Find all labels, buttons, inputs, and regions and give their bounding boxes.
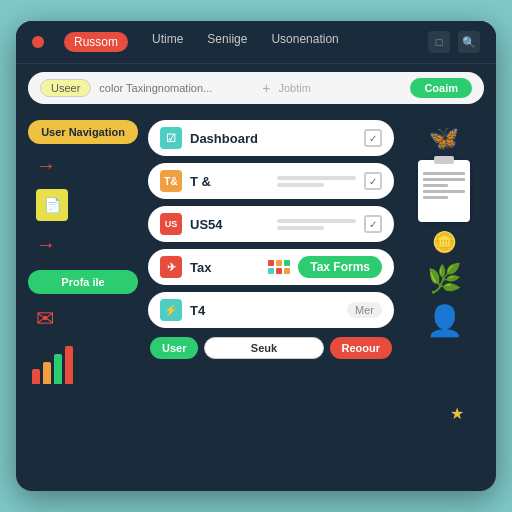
line-full (277, 176, 356, 180)
title-bar: Russom Utime Seniige Usonenation □ 🔍 (16, 21, 496, 64)
coins-icon: 🪙 (432, 230, 457, 254)
grid-cell-6 (284, 268, 290, 274)
dashboard-icon: ☑ (160, 127, 182, 149)
bar-4 (65, 346, 73, 384)
t-check[interactable]: ✓ (364, 172, 382, 190)
confirm-button[interactable]: Coaim (410, 78, 472, 98)
grid-cell-2 (276, 260, 282, 266)
app-window: Russom Utime Seniige Usonenation □ 🔍 Use… (16, 21, 496, 491)
nav-russom[interactable]: Russom (64, 32, 128, 52)
clip-line-5 (423, 196, 448, 199)
tax-grid-icon (268, 260, 290, 274)
clipboard-icon (418, 160, 470, 222)
t-row[interactable]: T& T & ✓ (148, 163, 394, 199)
envelope-icon: ✉ (36, 306, 138, 332)
plant-icon: 🌿 (427, 262, 462, 295)
clip-line-2 (423, 178, 465, 181)
line-short (277, 183, 324, 187)
t4-icon: ⚡ (160, 299, 182, 321)
line-short-2 (277, 226, 324, 230)
t-title: T & (190, 174, 269, 189)
grid-cell-4 (268, 268, 274, 274)
tax-row[interactable]: ✈ Tax Tax Forms (148, 249, 394, 285)
us54-lines (277, 219, 356, 230)
us54-title: US54 (190, 217, 269, 232)
clipboard-clip (434, 156, 454, 164)
arrow-icon: → (36, 154, 138, 177)
plus-icon: + (262, 80, 270, 96)
seek-button[interactable]: Seuk (204, 337, 323, 359)
t4-sub-label: Mer (347, 302, 382, 318)
clip-lines (423, 172, 465, 199)
clip-line-4 (423, 190, 465, 193)
window-close-dot[interactable] (32, 36, 44, 48)
bottom-buttons: User Seuk Reoour (148, 337, 394, 359)
nav-items: Russom Utime Seniige Usonenation (64, 32, 408, 52)
window-icon[interactable]: □ (428, 31, 450, 53)
search-tag-user: Useer (40, 79, 91, 97)
main-content: User Navigation → 📄 → Profa ile ✉ ☑ Dash… (16, 112, 496, 491)
dashboard-title: Dashboard (190, 131, 356, 146)
us54-row[interactable]: US US54 ✓ (148, 206, 394, 242)
bar-3 (54, 354, 62, 384)
bar-2 (43, 362, 51, 384)
us54-check[interactable]: ✓ (364, 215, 382, 233)
left-sidebar: User Navigation → 📄 → Profa ile ✉ (28, 120, 138, 483)
user-navigation-button[interactable]: User Navigation (28, 120, 138, 144)
bar-1 (32, 369, 40, 384)
butterfly-icon: 🦋 (429, 124, 459, 152)
clip-line-1 (423, 172, 465, 175)
nav-usonenation[interactable]: Usonenation (271, 32, 338, 52)
right-decorations: 🦋 🪙 🌿 ★ 👤 (404, 120, 484, 483)
search-bar: Useer + Jobtim Coaim (28, 72, 484, 104)
center-rows: ☑ Dashboard ✓ T& T & ✓ US US54 (148, 120, 394, 483)
tax-title: Tax (190, 260, 260, 275)
tax-icon: ✈ (160, 256, 182, 278)
grid-cell-5 (276, 268, 282, 274)
t4-title: T4 (190, 303, 339, 318)
t-lines (277, 176, 356, 187)
grid-cell-3 (284, 260, 290, 266)
jobtitle-placeholder: Jobtim (278, 82, 402, 94)
chart-bars (32, 344, 138, 384)
us54-icon: US (160, 213, 182, 235)
star-icon: ★ (450, 404, 464, 423)
t-icon: T& (160, 170, 182, 192)
doc-icon: 📄 (36, 189, 68, 221)
nav-icons: □ 🔍 (428, 31, 480, 53)
nav-utime[interactable]: Utime (152, 32, 183, 52)
profile-button[interactable]: Profa ile (28, 270, 138, 294)
chart-area (32, 344, 138, 384)
user-button[interactable]: User (150, 337, 198, 359)
search-icon[interactable]: 🔍 (458, 31, 480, 53)
search-input[interactable] (99, 82, 254, 94)
tax-forms-badge[interactable]: Tax Forms (298, 256, 382, 278)
clip-line-3 (423, 184, 448, 187)
recover-button[interactable]: Reoour (330, 337, 393, 359)
nav-seniige[interactable]: Seniige (207, 32, 247, 52)
dashboard-check[interactable]: ✓ (364, 129, 382, 147)
person-icon: 👤 (426, 303, 463, 338)
dashboard-row[interactable]: ☑ Dashboard ✓ (148, 120, 394, 156)
arrow-right-icon: → (36, 233, 138, 256)
line-full-2 (277, 219, 356, 223)
grid-cell-1 (268, 260, 274, 266)
t4-row[interactable]: ⚡ T4 Mer (148, 292, 394, 328)
